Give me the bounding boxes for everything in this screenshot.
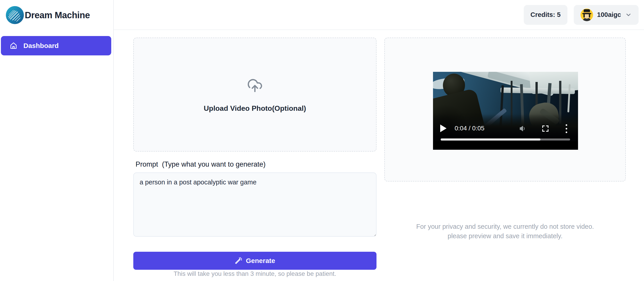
chevron-down-icon — [625, 12, 632, 18]
cloud-upload-icon — [247, 78, 263, 94]
volume-icon — [519, 124, 527, 132]
privacy-line-2: please preview and save it immediately. — [384, 231, 626, 241]
generate-label: Generate — [246, 257, 275, 264]
magic-wand-icon — [235, 257, 242, 264]
upload-dropzone-content: Upload Video Photo(Optional) — [134, 78, 376, 112]
credits-button[interactable]: Credits: 5 — [524, 5, 568, 25]
fullscreen-button[interactable] — [541, 124, 550, 132]
page: Dream Machine Dashboard Credits: 5 100ai… — [0, 0, 644, 281]
credits-label: Credits: 5 — [530, 11, 561, 18]
app-title: Dream Machine — [25, 10, 90, 20]
result-panel: 0:04 / 0:05 — [384, 38, 626, 182]
privacy-note: For your privacy and security, we curren… — [384, 222, 626, 241]
play-icon — [440, 124, 446, 132]
play-button[interactable] — [440, 124, 448, 132]
prompt-input[interactable]: a person in a post apocalyptic war game — [133, 172, 376, 237]
kebab-menu-icon[interactable] — [563, 124, 570, 134]
video-controls: 0:04 / 0:05 — [433, 123, 578, 134]
generate-hint: This will take you less than 3 minute, s… — [133, 270, 376, 278]
upload-dropzone[interactable]: Upload Video Photo(Optional) — [133, 38, 376, 152]
avatar — [580, 8, 593, 21]
volume-button[interactable] — [519, 124, 527, 132]
video-time: 0:04 / 0:05 — [455, 125, 484, 132]
sidebar-item-label: Dashboard — [24, 42, 59, 50]
generate-button[interactable]: Generate — [133, 252, 376, 270]
upload-label: Upload Video Photo(Optional) — [134, 104, 376, 112]
sidebar-item-dashboard[interactable]: Dashboard — [1, 36, 111, 56]
video-progress-fill — [441, 138, 540, 140]
logo-comet-icon — [6, 6, 24, 24]
username: 100aigc — [597, 11, 621, 18]
home-icon — [10, 42, 18, 50]
header: Credits: 5 100aigc — [114, 0, 644, 30]
prompt-label: Prompt (Type what you want to generate) — [136, 160, 266, 168]
video-player[interactable]: 0:04 / 0:05 — [433, 72, 578, 150]
fullscreen-icon — [541, 124, 550, 132]
sidebar: Dream Machine Dashboard — [0, 0, 114, 281]
user-menu-button[interactable]: 100aigc — [574, 5, 638, 25]
app-logo[interactable]: Dream Machine — [6, 6, 90, 24]
privacy-line-1: For your privacy and security, we curren… — [384, 222, 626, 231]
video-progress-bar[interactable] — [441, 138, 570, 140]
